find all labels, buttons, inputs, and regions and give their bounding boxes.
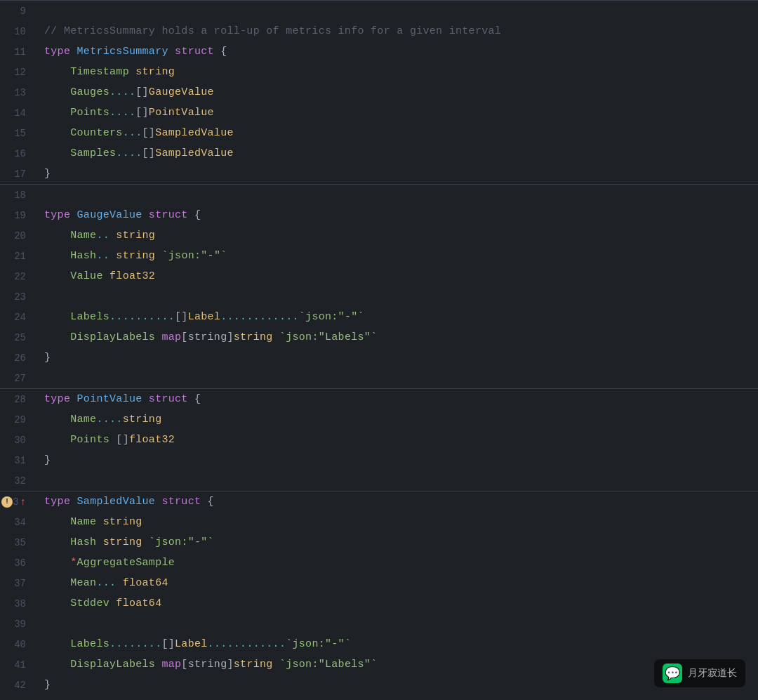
code-line: 18 [0, 185, 758, 205]
line-number: 22 [0, 271, 39, 282]
code-line: 33!↑type SampledValue struct { [0, 491, 758, 512]
code-editor: 910// MetricsSummary holds a roll-up of … [0, 0, 758, 695]
line-number: 23 [0, 291, 39, 303]
line-content: Labels........[]Label............`json:"… [39, 638, 758, 650]
line-content: type MetricsSummary struct { [39, 46, 758, 58]
line-number: 13 [0, 87, 39, 98]
line-content: Hash.. string `json:"-"` [39, 250, 758, 262]
watermark: 💬 月牙寂道长 [654, 659, 745, 687]
line-content: } [39, 168, 758, 180]
code-line: 15 Counters...[]SampledValue [0, 123, 758, 143]
line-content: Name....string [39, 414, 758, 425]
line-number: 10 [0, 26, 39, 37]
line-number: 33!↑ [0, 496, 39, 508]
line-number: 26 [0, 352, 39, 364]
line-number: 36 [0, 557, 39, 569]
line-number: 14 [0, 107, 39, 119]
code-line: 9 [0, 1, 758, 21]
code-line: 40 Labels........[]Label............`jso… [0, 634, 758, 654]
line-content: Name.. string [39, 230, 758, 242]
code-line: 16 Samples....[]SampledValue [0, 143, 758, 164]
line-content: type PointValue struct { [39, 393, 758, 405]
code-line: 27 [0, 368, 758, 388]
line-content: *AggregateSample [39, 557, 758, 569]
line-content: } [39, 352, 758, 364]
line-number: 39 [0, 619, 39, 630]
code-line: 41 DisplayLabels map[string]string `json… [0, 654, 758, 675]
line-number: 25 [0, 332, 39, 343]
code-line: 23 [0, 286, 758, 307]
line-content: Name string [39, 516, 758, 528]
line-number: 16 [0, 148, 39, 159]
line-number: 12 [0, 67, 39, 78]
code-line: 10// MetricsSummary holds a roll-up of m… [0, 21, 758, 41]
code-line: 31} [0, 450, 758, 470]
line-content: // MetricsSummary holds a roll-up of met… [39, 25, 758, 37]
line-number: 24 [0, 312, 39, 323]
line-content: Stddev float64 [39, 597, 758, 609]
line-content: Labels..........[]Label............`json… [39, 311, 758, 323]
line-number: 9 [0, 6, 39, 17]
line-content: Gauges....[]GaugeValue [39, 86, 758, 98]
line-number: 31 [0, 455, 39, 466]
line-number: 21 [0, 251, 39, 262]
line-number: 20 [0, 230, 39, 242]
code-line: 24 Labels..........[]Label............`j… [0, 307, 758, 327]
code-line: 37 Mean... float64 [0, 573, 758, 593]
code-line: 11type MetricsSummary struct { [0, 41, 758, 62]
line-content: Counters...[]SampledValue [39, 127, 758, 139]
wechat-icon: 💬 [663, 663, 682, 683]
line-number: 42 [0, 680, 39, 691]
line-content: Timestamp string [39, 66, 758, 78]
code-line: 35 Hash string `json:"-"` [0, 532, 758, 553]
line-number: 18 [0, 190, 39, 201]
line-content: Points []float32 [39, 434, 758, 446]
line-number: 32 [0, 475, 39, 487]
line-number: 29 [0, 414, 39, 425]
line-number: 11 [0, 46, 39, 58]
line-content: type GaugeValue struct { [39, 209, 758, 221]
code-line: 19type GaugeValue struct { [0, 205, 758, 225]
code-line: 25 DisplayLabels map[string]string `json… [0, 327, 758, 348]
line-content: } [39, 454, 758, 466]
line-number: 41 [0, 659, 39, 671]
line-content: DisplayLabels map[string]string `json:"L… [39, 659, 758, 671]
line-number: 17 [0, 169, 39, 180]
line-content: Points....[]PointValue [39, 107, 758, 119]
watermark-text: 月牙寂道长 [688, 667, 737, 680]
code-line: 12 Timestamp string [0, 62, 758, 82]
line-number: 28 [0, 394, 39, 405]
code-line: 26} [0, 348, 758, 368]
line-number: 37 [0, 578, 39, 589]
code-line: 34 Name string [0, 512, 758, 532]
code-line: 29 Name....string [0, 409, 758, 430]
line-content: Samples....[]SampledValue [39, 147, 758, 159]
line-number: 15 [0, 128, 39, 139]
code-line: 21 Hash.. string `json:"-"` [0, 246, 758, 266]
code-line: 36 *AggregateSample [0, 553, 758, 573]
code-line: 22 Value float32 [0, 266, 758, 286]
code-line: 39 [0, 614, 758, 634]
code-line: 28type PointValue struct { [0, 389, 758, 409]
line-content: Mean... float64 [39, 577, 758, 589]
line-content: Hash string `json:"-"` [39, 536, 758, 548]
code-line: 30 Points []float32 [0, 430, 758, 450]
line-content: DisplayLabels map[string]string `json:"L… [39, 331, 758, 343]
code-line: 13 Gauges....[]GaugeValue [0, 82, 758, 103]
line-content: } [39, 679, 758, 691]
line-number: 40 [0, 639, 39, 650]
warning-icon: ! [1, 496, 13, 508]
line-number: 38 [0, 598, 39, 609]
code-line: 32 [0, 470, 758, 491]
line-number: 19 [0, 210, 39, 221]
code-line: 14 Points....[]PointValue [0, 103, 758, 123]
code-line: 42} [0, 675, 758, 695]
line-number: 34 [0, 517, 39, 528]
line-content: Value float32 [39, 270, 758, 282]
line-number: 30 [0, 435, 39, 446]
line-number: 35 [0, 537, 39, 548]
code-line: 20 Name.. string [0, 225, 758, 246]
line-number: 27 [0, 373, 39, 384]
line-content: type SampledValue struct { [39, 496, 758, 508]
code-line: 17} [0, 164, 758, 184]
